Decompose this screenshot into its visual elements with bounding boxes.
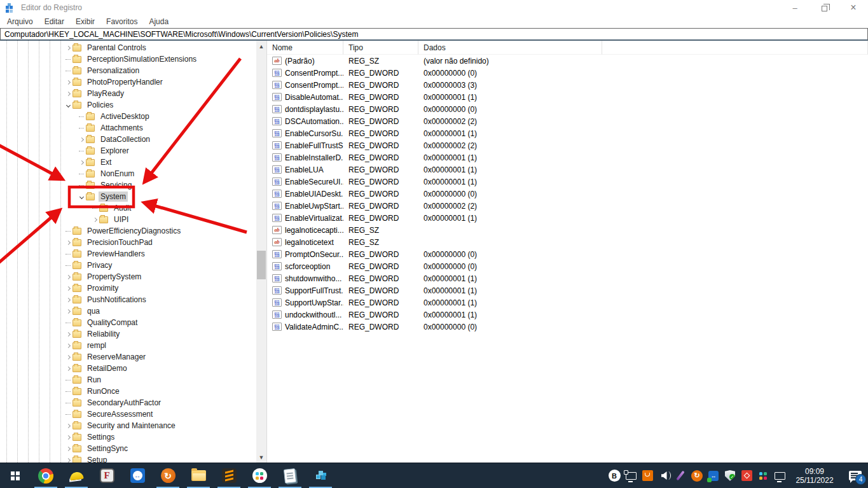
registry-value-enablevirtualizat[interactable]: 011110EnableVirtualizat...REG_DWORD0x000… xyxy=(267,212,868,224)
tree-item-powerefficiencydiagnostics[interactable]: PowerEfficiencyDiagnostics xyxy=(0,225,257,237)
registry-value-legalnoticetext[interactable]: ablegalnoticetextREG_SZ xyxy=(267,236,868,248)
registry-value-supportfulltrust[interactable]: 011110SupportFullTrust...REG_DWORD0x0000… xyxy=(267,284,868,296)
registry-value-shutdownwitho[interactable]: 011110shutdownwitho...REG_DWORD0x0000000… xyxy=(267,272,868,284)
tree-item-activedesktop[interactable]: ActiveDesktop xyxy=(0,111,257,122)
chevron-right-icon[interactable] xyxy=(64,298,72,302)
chevron-right-icon[interactable] xyxy=(64,287,72,290)
registry-value-enablefulltrusts[interactable]: 011110EnableFullTrustS...REG_DWORD0x0000… xyxy=(267,139,868,151)
action-center-button[interactable]: 4 xyxy=(843,463,868,488)
chevron-right-icon[interactable] xyxy=(90,218,99,221)
chevron-right-icon[interactable] xyxy=(77,161,86,164)
restore-button[interactable] xyxy=(809,0,839,15)
taskbar-app-sublime-text[interactable] xyxy=(214,463,244,488)
tree-item-secureassessment[interactable]: SecureAssessment xyxy=(0,408,257,420)
tray-teamviewer-icon[interactable]: ↔ xyxy=(705,468,722,484)
scrollbar-thumb[interactable] xyxy=(257,251,266,279)
chevron-right-icon[interactable] xyxy=(77,138,86,141)
tree-item-photopropertyhandler[interactable]: PhotoPropertyHandler xyxy=(0,76,257,88)
tree-item-retaildemo[interactable]: RetailDemo xyxy=(0,363,257,374)
chevron-right-icon[interactable] xyxy=(64,447,72,450)
scroll-up-icon[interactable]: ▲ xyxy=(256,41,266,52)
tree-item-settings[interactable]: Settings xyxy=(0,431,257,443)
registry-value-undockwithoutl[interactable]: 011110undockwithoutl...REG_DWORD0x000000… xyxy=(267,309,868,321)
tree-item-proximity[interactable]: Proximity xyxy=(0,282,257,294)
chevron-down-icon[interactable] xyxy=(64,104,72,107)
tray-sync-icon[interactable]: ↻ xyxy=(689,468,705,484)
registry-value-enablecursorsu[interactable]: 011110EnableCursorSu...REG_DWORD0x000000… xyxy=(267,127,868,139)
tree-item-reliability[interactable]: Reliability xyxy=(0,328,257,340)
tray-windows-security-icon[interactable]: ✓ xyxy=(722,468,738,484)
taskbar-app-sync-app[interactable]: ↻ xyxy=(153,463,183,488)
tree-item-settingsync[interactable]: SettingSync xyxy=(0,443,257,454)
tree-item-runonce[interactable]: RunOnce xyxy=(0,386,257,397)
tree-item-precisiontouchpad[interactable]: PrecisionTouchPad xyxy=(0,237,257,248)
chevron-right-icon[interactable] xyxy=(64,424,72,428)
tree-item-reservemanager[interactable]: ReserveManager xyxy=(0,351,257,363)
tree-scrollbar[interactable]: ▲ ▼ xyxy=(256,41,266,463)
menu-item-arquivo[interactable]: Arquivo xyxy=(1,16,39,27)
tree-item-secondaryauthfactor[interactable]: SecondaryAuthFactor xyxy=(0,397,257,408)
tree-item-run[interactable]: Run xyxy=(0,374,257,386)
tray-red-diamond-app-icon[interactable] xyxy=(738,468,755,484)
registry-value-legalnoticecapti[interactable]: ablegalnoticecapti...REG_SZ xyxy=(267,224,868,236)
tree-item-qua[interactable]: qua xyxy=(0,305,257,317)
taskbar-app-file-explorer[interactable] xyxy=(183,463,214,488)
tree-item-perceptionsimulationextensions[interactable]: PerceptionSimulationExtensions xyxy=(0,53,257,65)
tray-java-icon[interactable] xyxy=(639,468,656,484)
chevron-down-icon[interactable] xyxy=(77,195,86,199)
taskbar-app-registry-editor[interactable] xyxy=(305,463,336,488)
taskbar-app-chrome[interactable] xyxy=(31,463,61,488)
tree-item-audit[interactable]: Audit xyxy=(0,202,257,214)
column-header-dados[interactable]: Dados xyxy=(418,41,602,55)
registry-value-enablesecureui[interactable]: 011110EnableSecureUI...REG_DWORD0x000000… xyxy=(267,176,868,188)
registry-value-dscautomation[interactable]: 011110DSCAutomation...REG_DWORD0x0000000… xyxy=(267,115,868,127)
chevron-right-icon[interactable] xyxy=(64,459,72,462)
tree-item-datacollection[interactable]: DataCollection xyxy=(0,134,257,145)
menu-item-favoritos[interactable]: Favoritos xyxy=(100,16,143,27)
taskbar-app-slack[interactable] xyxy=(244,463,275,488)
scroll-down-icon[interactable]: ▼ xyxy=(256,452,266,463)
registry-value-supportuwpstar[interactable]: 011110SupportUwpStar...REG_DWORD0x000000… xyxy=(267,296,868,309)
start-button[interactable] xyxy=(0,463,31,488)
column-header-nome[interactable]: Nome xyxy=(267,41,343,55)
chevron-right-icon[interactable] xyxy=(64,46,72,50)
registry-value-enablelua[interactable]: 011110EnableLUAREG_DWORD0x00000001 (1) xyxy=(267,164,868,176)
minimize-button[interactable]: – xyxy=(780,0,809,15)
menu-item-exibir[interactable]: Exibir xyxy=(70,16,100,27)
registry-value-consentprompt[interactable]: 011110ConsentPrompt...REG_DWORD0x0000000… xyxy=(267,67,868,79)
tray-display-settings-icon[interactable] xyxy=(623,468,639,484)
tree-item-playready[interactable]: PlayReady xyxy=(0,88,257,99)
tray-b-app-icon[interactable]: B xyxy=(606,468,623,484)
taskbar-app-f-app[interactable]: F xyxy=(92,463,122,488)
registry-value-promptonsecur[interactable]: 011110PromptOnSecur...REG_DWORD0x0000000… xyxy=(267,248,868,260)
chevron-right-icon[interactable] xyxy=(64,356,72,359)
tree-item-privacy[interactable]: Privacy xyxy=(0,260,257,271)
tree-item-nonenum[interactable]: NonEnum xyxy=(0,168,257,179)
chevron-right-icon[interactable] xyxy=(64,367,72,370)
chevron-right-icon[interactable] xyxy=(64,310,72,313)
taskbar-clock[interactable]: 09:09 25/11/2022 xyxy=(792,467,837,485)
tree-item-uipi[interactable]: UIPI xyxy=(0,214,257,225)
tree-item-pushnotifications[interactable]: PushNotifications xyxy=(0,294,257,305)
registry-value-scforceoption[interactable]: 011110scforceoptionREG_DWORD0x00000000 (… xyxy=(267,260,868,272)
tree-item-previewhandlers[interactable]: PreviewHandlers xyxy=(0,248,257,260)
menu-item-ajuda[interactable]: Ajuda xyxy=(143,16,174,27)
tree-item-personalization[interactable]: Personalization xyxy=(0,65,257,76)
chevron-right-icon[interactable] xyxy=(64,92,72,95)
chevron-right-icon[interactable] xyxy=(64,333,72,336)
tree-item-policies[interactable]: Policies xyxy=(0,99,257,111)
close-button[interactable]: × xyxy=(839,0,868,15)
tree-item-setup[interactable]: Setup xyxy=(0,454,257,463)
chevron-right-icon[interactable] xyxy=(64,344,72,347)
tree-item-explorer[interactable]: Explorer xyxy=(0,145,257,157)
menu-item-editar[interactable]: Editar xyxy=(39,16,70,27)
tree-item-parental-controls[interactable]: Parental Controls xyxy=(0,42,257,53)
tree-item-ext[interactable]: Ext xyxy=(0,157,257,168)
taskbar-app-teamviewer[interactable]: ↔ xyxy=(122,463,153,488)
tray-network-display-icon[interactable] xyxy=(771,468,788,484)
address-bar[interactable]: Computador\HKEY_LOCAL_MACHINE\SOFTWARE\M… xyxy=(0,28,868,41)
tray-slack-icon[interactable] xyxy=(755,468,771,484)
chevron-right-icon[interactable] xyxy=(64,81,72,84)
registry-value-enableuwpstart[interactable]: 011110EnableUwpStart...REG_DWORD0x000000… xyxy=(267,200,868,212)
tree-item-qualitycompat[interactable]: QualityCompat xyxy=(0,317,257,328)
